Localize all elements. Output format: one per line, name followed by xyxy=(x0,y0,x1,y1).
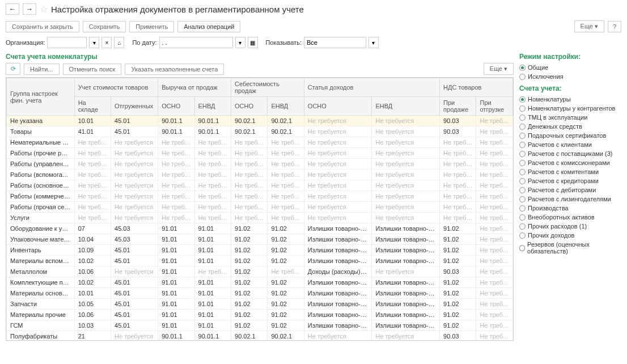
cell[interactable]: Не требуется xyxy=(304,213,372,223)
table-row[interactable]: Материалы прочие10.0645.0191.0191.0191.0… xyxy=(7,310,513,320)
cell[interactable]: Не требуется xyxy=(372,266,440,277)
apply-button[interactable]: Применить xyxy=(129,21,174,32)
row-name[interactable]: Работы (вспомогательное ... xyxy=(7,170,75,180)
radio-option[interactable]: Номенклатуры у контрагентов xyxy=(519,104,621,113)
row-name[interactable]: Инвентарь xyxy=(7,245,75,256)
cell[interactable]: 45.01 xyxy=(111,256,158,266)
cell[interactable]: Не требуется xyxy=(476,126,513,137)
th-sub[interactable]: ЕНВД xyxy=(372,97,440,116)
cell[interactable]: 90.02.1 xyxy=(231,126,268,137)
cell[interactable]: Излишки товарно-мате... xyxy=(304,320,372,331)
row-name[interactable]: Полуфабрикаты xyxy=(7,331,75,341)
cell[interactable]: Не требуется xyxy=(158,159,194,170)
cell[interactable]: 90.02.1 xyxy=(268,331,304,341)
cell[interactable]: Излишки товарно-мате... xyxy=(304,256,372,266)
cell[interactable]: Не требуется xyxy=(194,191,231,202)
cell[interactable]: Не требуется xyxy=(372,126,440,137)
th-revenue[interactable]: Выручка от продаж xyxy=(158,78,231,97)
th-cost[interactable]: Учет стоимости товаров xyxy=(74,78,158,97)
cell[interactable]: 91.02 xyxy=(440,320,476,331)
row-name[interactable]: Работы (управленческие р... xyxy=(7,159,75,170)
org-clear-button[interactable]: × xyxy=(101,37,112,48)
cell[interactable]: 91.02 xyxy=(440,234,476,245)
org-dropdown-button[interactable]: ▾ xyxy=(89,37,99,48)
cell[interactable]: Не требуется xyxy=(304,170,372,180)
cell[interactable]: Не требуется xyxy=(231,148,268,159)
cell[interactable]: Не требуется xyxy=(372,331,440,341)
radio-option[interactable]: Номенклатуры xyxy=(519,95,621,104)
cell[interactable]: 10.04 xyxy=(74,234,111,245)
cell[interactable]: 91.02 xyxy=(231,223,268,234)
cell[interactable]: 91.01 xyxy=(158,234,194,245)
cell[interactable]: 91.02 xyxy=(231,256,268,266)
radio-option[interactable]: Расчетов с кредиторами xyxy=(519,176,621,185)
cell[interactable]: Не требуется xyxy=(476,299,513,310)
table-row[interactable]: Материалы основные10.0145.0191.0191.0191… xyxy=(7,288,513,299)
cell[interactable]: 91.01 xyxy=(158,299,194,310)
row-name[interactable]: Работы (основное произво... xyxy=(7,180,75,191)
cell[interactable]: 45.03 xyxy=(111,234,158,245)
row-name[interactable]: Работы (прочая себестои... xyxy=(7,202,75,213)
cell[interactable]: 90.02.1 xyxy=(268,126,304,137)
table-row[interactable]: УслугиНе требуетсяНе требуетсяНе требует… xyxy=(7,213,513,223)
cell[interactable]: Не требуется xyxy=(111,213,158,223)
cell[interactable]: 91.02 xyxy=(231,299,268,310)
cell[interactable]: Не требуется xyxy=(440,213,476,223)
radio-option[interactable]: Расчетов с дебиторами xyxy=(519,185,621,194)
cell[interactable]: 90.02.1 xyxy=(231,116,268,126)
cell[interactable]: Не требуется xyxy=(476,256,513,266)
th-sub[interactable]: ОСНО xyxy=(304,97,372,116)
cell[interactable]: Излишки товарно-мате... xyxy=(304,223,372,234)
cell[interactable]: 91.02 xyxy=(231,310,268,320)
cell[interactable]: Излишки товарно-мате... xyxy=(304,277,372,288)
cell[interactable]: Не требуется xyxy=(194,202,231,213)
table-more-button[interactable]: Еще ▾ xyxy=(484,63,514,75)
cell[interactable]: Не требуется xyxy=(372,202,440,213)
cell[interactable]: Не требуется xyxy=(231,213,268,223)
cell[interactable]: 91.01 xyxy=(194,234,231,245)
table-row[interactable]: Не указана10.0145.0190.01.190.01.190.02.… xyxy=(7,116,513,126)
cell[interactable]: Излишки товарно-мате... xyxy=(304,234,372,245)
cell[interactable]: Не требуется xyxy=(304,191,372,202)
cell[interactable]: 10.06 xyxy=(74,310,111,320)
cell[interactable]: Не требуется xyxy=(476,170,513,180)
cell[interactable]: 91.02 xyxy=(440,256,476,266)
cell[interactable]: Не требуется xyxy=(194,266,231,277)
cell[interactable]: Не требуется xyxy=(268,137,304,148)
cell[interactable]: Не требуется xyxy=(194,170,231,180)
cell[interactable]: Не требуется xyxy=(304,137,372,148)
cell[interactable]: 91.01 xyxy=(194,223,231,234)
th-vat[interactable]: НДС товаров xyxy=(440,78,513,97)
table-row[interactable]: Запчасти10.0545.0191.0191.0191.0291.02Из… xyxy=(7,299,513,310)
cell[interactable]: 91.02 xyxy=(268,223,304,234)
row-name[interactable]: Нематериальные активы в... xyxy=(7,137,75,148)
cell[interactable]: Не требуется xyxy=(231,180,268,191)
cell[interactable]: Не требуется xyxy=(111,180,158,191)
cell[interactable]: Не требуется xyxy=(476,320,513,331)
th-income[interactable]: Статья доходов xyxy=(304,78,439,97)
cell[interactable]: 90.03 xyxy=(440,331,476,341)
cell[interactable]: 90.01.1 xyxy=(158,126,194,137)
cell[interactable]: 91.01 xyxy=(194,299,231,310)
favorite-icon[interactable]: ☆ xyxy=(40,4,48,15)
th-cogs[interactable]: Себестоимость продаж xyxy=(231,78,304,97)
cell[interactable]: 10.02 xyxy=(74,256,111,266)
table-row[interactable]: Оборудование к установке0745.0391.0191.0… xyxy=(7,223,513,234)
cell[interactable]: Не требуется xyxy=(74,180,111,191)
cell[interactable]: Не требуется xyxy=(231,159,268,170)
cell[interactable]: Не требуется xyxy=(74,159,111,170)
cell[interactable]: 91.01 xyxy=(194,245,231,256)
row-name[interactable]: Не указана xyxy=(7,116,75,126)
show-dropdown-button[interactable]: ▾ xyxy=(368,37,379,48)
cell[interactable]: 91.01 xyxy=(194,256,231,266)
help-button[interactable]: ? xyxy=(608,21,621,32)
cell[interactable]: Излишки товарно-мате... xyxy=(372,288,440,299)
cell[interactable]: 91.01 xyxy=(158,266,194,277)
cell[interactable]: Излишки товарно-мате... xyxy=(304,310,372,320)
cell[interactable]: Не требуется xyxy=(268,159,304,170)
cell[interactable]: 45.01 xyxy=(111,277,158,288)
cell[interactable]: 91.01 xyxy=(158,245,194,256)
cell[interactable]: 45.01 xyxy=(111,116,158,126)
row-name[interactable]: Металлолом xyxy=(7,266,75,277)
cell[interactable]: Не требуется xyxy=(476,288,513,299)
